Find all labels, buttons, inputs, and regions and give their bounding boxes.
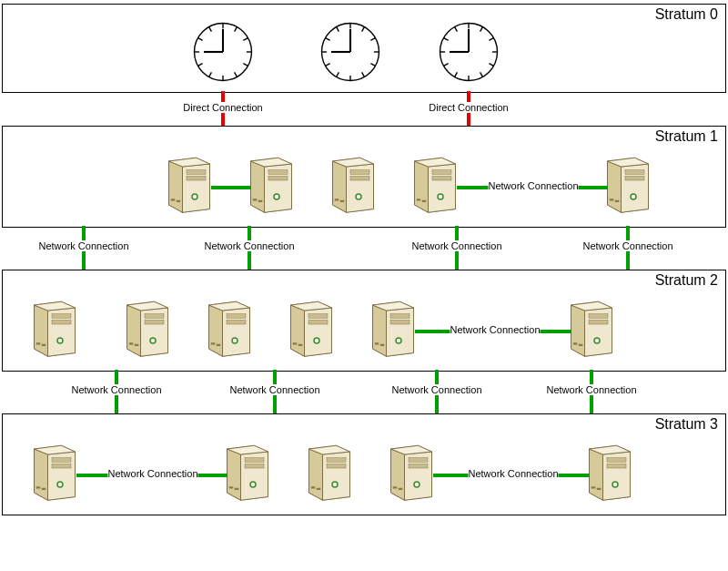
network-connection-label: Network Connection (411, 240, 501, 251)
server-icon (244, 148, 298, 219)
clock-icon (437, 20, 500, 84)
network-connection-label: Network Connection (204, 240, 294, 251)
stratum-3-label: Stratum 3 (655, 416, 718, 433)
stratum-2-label: Stratum 2 (655, 272, 718, 289)
server-icon (162, 148, 217, 219)
network-connection-label: Network Connection (229, 384, 319, 395)
network-connection-label: Network Connection (38, 240, 128, 251)
clock-icon (191, 20, 255, 84)
server-icon (366, 291, 420, 362)
network-connection-label: Network Connection (488, 180, 578, 191)
network-connection-label: Network Connection (546, 384, 636, 395)
stratum-1-label: Stratum 1 (655, 128, 718, 145)
server-icon (564, 291, 619, 362)
network-connection-label: Network Connection (71, 384, 161, 395)
server-icon (601, 148, 655, 219)
server-icon (220, 435, 275, 506)
server-icon (408, 148, 462, 219)
network-connection-line (211, 186, 251, 189)
server-icon (284, 291, 339, 362)
server-icon (27, 435, 82, 506)
clock-icon (318, 20, 382, 84)
network-connection-label: Network Connection (107, 468, 197, 479)
direct-connection-label: Direct Connection (183, 102, 262, 113)
server-icon (202, 291, 257, 362)
network-connection-label: Network Connection (468, 468, 558, 479)
direct-connection-label: Direct Connection (429, 102, 508, 113)
server-icon (302, 435, 357, 506)
stratum-0-label: Stratum 0 (655, 6, 718, 23)
server-icon (384, 435, 439, 506)
server-icon (326, 148, 380, 219)
network-connection-label: Network Connection (450, 324, 540, 335)
network-connection-label: Network Connection (582, 240, 672, 251)
server-icon (120, 291, 175, 362)
server-icon (582, 435, 637, 506)
network-connection-label: Network Connection (391, 384, 481, 395)
server-icon (27, 291, 82, 362)
